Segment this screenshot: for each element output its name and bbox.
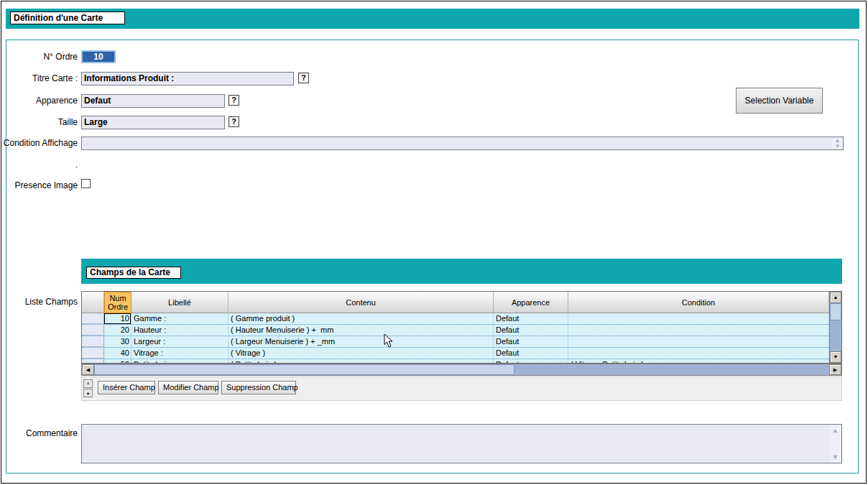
taille-input[interactable]: Large [81, 116, 225, 129]
commentaire-textarea[interactable]: ▲ ▼ [81, 424, 842, 463]
grid-header-row: Num Ordre Libellé Contenu Apparence Cond… [82, 292, 829, 313]
cell-apparence[interactable]: Defaut [494, 359, 568, 363]
small-down-icon: ▾ [87, 381, 90, 386]
scroll-up-icon: ▲ [834, 295, 839, 300]
titre-help-button[interactable]: ? [298, 73, 309, 83]
vertical-scroll-thumb[interactable] [830, 303, 841, 320]
cell-contenu[interactable]: ( Hauteur Menuiserie ) + mm [228, 325, 494, 336]
commentaire-label: Commentaire [0, 428, 78, 438]
small-up-icon: ▴ [87, 390, 90, 395]
scroll-left-icon: ◀ [86, 367, 90, 372]
vertical-scrollbar[interactable]: ▲ ▼ [829, 292, 841, 363]
selection-variable-button[interactable]: Selection Variable [736, 88, 823, 114]
row-selector[interactable] [82, 359, 104, 363]
column-header-libelle[interactable]: Libellé [131, 292, 228, 313]
table-row[interactable]: 30 Largeur : ( Largeur Menuiserie ) + _m… [82, 336, 829, 348]
cell-apparence[interactable]: Defaut [494, 336, 568, 347]
commentaire-scrollbar[interactable]: ▲ ▼ [830, 425, 841, 462]
cell-contenu[interactable]: ( Vitrage ) [228, 348, 494, 359]
ordre-label: N° Ordre [0, 52, 78, 62]
column-header-condition[interactable]: Condition [568, 292, 829, 313]
spinner-down-icon: ▼ [835, 143, 841, 149]
scroll-down-button[interactable]: ▼ [830, 351, 841, 363]
cell-num[interactable]: 50 [104, 359, 131, 363]
titre-carte-input[interactable]: Informations Produit : [81, 72, 294, 86]
taille-help-button[interactable]: ? [228, 116, 239, 127]
dot-label: . [0, 160, 78, 170]
champs-section-title: Champs de la Carte [86, 267, 181, 279]
inserer-champ-button[interactable]: Insérer Champ [98, 381, 155, 394]
horizontal-scroll-thumb[interactable] [94, 364, 514, 375]
condition-affichage-label: Condition Affichage [0, 138, 78, 148]
cell-contenu[interactable]: ( Largeur Menuiserie ) + _mm [228, 336, 494, 347]
suppression-champ-button[interactable]: Suppression Champ [221, 381, 296, 394]
taille-label: Taille [0, 117, 78, 127]
cell-condition[interactable] [568, 348, 829, 359]
row-selector[interactable] [82, 336, 104, 347]
cell-condition[interactable] [568, 313, 829, 324]
table-row-clipped[interactable]: 50 Petits bois : ( Petits bois ) Defaut … [82, 359, 829, 363]
apparence-label: Apparence [0, 96, 78, 106]
table-row[interactable]: 20 Hauteur : ( Hauteur Menuiserie ) + mm… [82, 325, 829, 336]
titre-label: Titre Carte : [0, 73, 78, 83]
cell-num[interactable]: 10 [104, 313, 131, 324]
column-header-apparence[interactable]: Apparence [494, 292, 568, 313]
cell-condition[interactable]: ( Vitrage Petits bois ) [568, 359, 829, 363]
cell-contenu[interactable]: ( Gamme produit ) [228, 313, 494, 324]
scroll-right-icon: ▶ [834, 367, 837, 372]
liste-champs-label: Liste Champs [0, 297, 78, 307]
column-header-contenu[interactable]: Contenu [228, 292, 494, 313]
horizontal-scrollbar[interactable]: ◀ ▶ [81, 364, 842, 376]
spin-down-button[interactable]: ▾ [83, 379, 93, 388]
cell-condition[interactable] [568, 325, 829, 336]
ordre-input[interactable]: 10 [81, 50, 116, 63]
page-title: Définition d'une Carte [10, 11, 125, 24]
title-bar [6, 9, 859, 29]
presence-image-checkbox[interactable] [81, 179, 91, 188]
row-selector[interactable] [82, 313, 104, 324]
cell-libelle[interactable]: Largeur : [131, 336, 228, 347]
mouse-cursor-icon [384, 333, 394, 348]
cell-apparence[interactable]: Defaut [494, 325, 568, 336]
presence-image-label: Presence Image [0, 180, 78, 190]
scroll-right-button[interactable]: ▶ [829, 364, 841, 375]
cell-num[interactable]: 40 [104, 348, 131, 359]
cell-condition[interactable] [568, 336, 829, 347]
grid-corner-cell[interactable] [82, 292, 104, 313]
table-row[interactable]: 10 Gamme : ( Gamme produit ) Defaut [82, 313, 829, 325]
condition-spinner[interactable]: ▲ ▼ [833, 138, 842, 149]
table-row[interactable]: 40 Vitrage : ( Vitrage ) Defaut [82, 348, 829, 359]
cell-libelle[interactable]: Gamme : [131, 313, 228, 324]
modifier-champ-button[interactable]: Modifier Champ [158, 381, 218, 394]
scroll-down-icon: ▼ [834, 354, 839, 359]
cell-num[interactable]: 30 [104, 336, 131, 347]
row-selector[interactable] [82, 348, 104, 359]
champs-section-bar: Champs de la Carte [81, 259, 842, 284]
cell-apparence[interactable]: Defaut [494, 348, 568, 359]
column-header-num-ordre[interactable]: Num Ordre [104, 292, 131, 313]
champs-grid: Num Ordre Libellé Contenu Apparence Cond… [81, 291, 842, 364]
apparence-input[interactable]: Defaut [81, 94, 225, 108]
grid-toolbar: ▾ ▴ Insérer Champ Modifier Champ Suppres… [81, 377, 842, 401]
condition-affichage-input[interactable]: ▲ ▼ [81, 137, 844, 150]
row-selector[interactable] [82, 325, 104, 336]
cell-libelle[interactable]: Hauteur : [131, 325, 228, 336]
scroll-left-button[interactable]: ◀ [82, 364, 94, 375]
cell-apparence[interactable]: Defaut [494, 313, 568, 324]
grid-body: Num Ordre Libellé Contenu Apparence Cond… [82, 292, 829, 363]
cell-libelle[interactable]: Vitrage : [131, 348, 228, 359]
comment-scroll-down-icon: ▼ [830, 453, 841, 461]
cell-num[interactable]: 20 [104, 325, 131, 336]
spin-up-button[interactable]: ▴ [83, 389, 93, 397]
cell-contenu[interactable]: ( Petits bois ) [228, 359, 494, 363]
comment-scroll-up-icon: ▲ [830, 427, 841, 434]
apparence-help-button[interactable]: ? [228, 95, 239, 106]
scroll-up-button[interactable]: ▲ [830, 292, 841, 303]
cell-libelle[interactable]: Petits bois : [131, 359, 228, 363]
